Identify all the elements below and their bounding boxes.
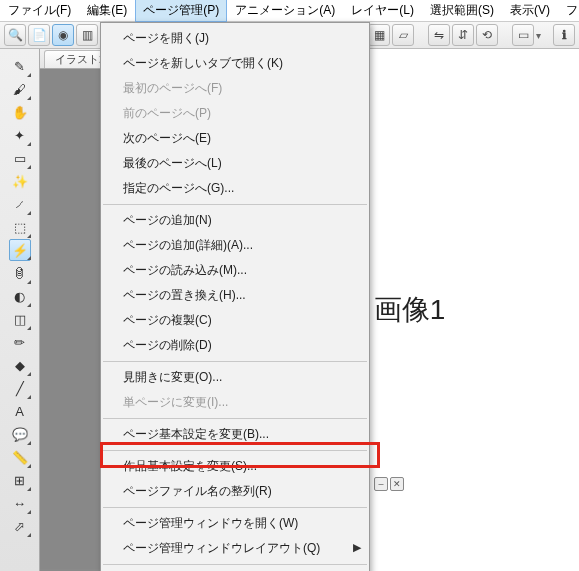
ruler-tool-icon[interactable]: 📏 (10, 446, 30, 468)
menu-selection[interactable]: 選択範囲(S) (422, 0, 502, 22)
pen-tool-icon[interactable]: ✎ (10, 55, 30, 77)
dd-open-page[interactable]: ページを開く(J) (101, 26, 369, 51)
new-doc-icon[interactable]: 📄 (28, 24, 50, 46)
frame-tool-icon[interactable]: ⊞ (10, 469, 30, 491)
menu-page-management[interactable]: ページ管理(P) (135, 0, 227, 22)
pencil-tool-icon[interactable]: ✏ (10, 331, 30, 353)
dd-page-manager-layout[interactable]: ページ管理ウィンドウレイアウト(Q)▶ (101, 536, 369, 561)
blend-tool-icon[interactable]: ◐ (10, 285, 30, 307)
eraser-tool-icon[interactable]: ◫ (10, 308, 30, 330)
page-management-dropdown: ページを開く(J) ページを新しいタブで開く(K) 最初のページへ(F) 前のペ… (100, 22, 370, 571)
can-tool-icon[interactable]: 🛢 (10, 262, 30, 284)
dd-open-page-new-tab[interactable]: ページを新しいタブで開く(K) (101, 51, 369, 76)
menu-animation[interactable]: アニメーション(A) (227, 0, 343, 22)
dd-delete-page[interactable]: ページの削除(D) (101, 333, 369, 358)
balloon-tool-icon[interactable]: 💬 (10, 423, 30, 445)
dd-last-page[interactable]: 最後のページへ(L) (101, 151, 369, 176)
workspace: ✎ 🖌 ✋ ✦ ▭ ✨ ⟋ ⬚ ⚡ 🛢 ◐ ◫ ✏ ◆ ╱ A 💬 📏 ⊞ ↔ … (0, 49, 579, 571)
menu-edit[interactable]: 編集(E) (79, 0, 135, 22)
menubar: ファイル(F) 編集(E) ページ管理(P) アニメーション(A) レイヤー(L… (0, 0, 579, 22)
menu-layer[interactable]: レイヤー(L) (343, 0, 422, 22)
marquee-tool-icon[interactable]: ⬚ (10, 216, 30, 238)
screen-icon[interactable]: ▭ (512, 24, 534, 46)
rect-select-icon[interactable]: ▭ (10, 147, 30, 169)
dd-work-basic-settings[interactable]: 作品基本設定を変更(S)... (101, 454, 369, 479)
submenu-arrow-icon: ▶ (353, 541, 361, 554)
rotate-icon[interactable]: ⟲ (476, 24, 498, 46)
flash-tool-icon[interactable]: ⚡ (9, 239, 31, 261)
hand-tool-icon[interactable]: ✋ (10, 101, 30, 123)
plane-icon[interactable]: ▱ (392, 24, 414, 46)
dd-to-spread[interactable]: 見開きに変更(O)... (101, 365, 369, 390)
dd-open-page-manager[interactable]: ページ管理ウィンドウを開く(W) (101, 511, 369, 536)
menu-filter[interactable]: フィルター (558, 0, 579, 22)
dd-replace-page[interactable]: ページの置き換え(H)... (101, 283, 369, 308)
wand-tool-icon[interactable]: ✨ (10, 170, 30, 192)
flip-h-icon[interactable]: ⇋ (428, 24, 450, 46)
dd-page-basic-settings[interactable]: ページ基本設定を変更(B)... (101, 422, 369, 447)
tool-palette: ✎ 🖌 ✋ ✦ ▭ ✨ ⟋ ⬚ ⚡ 🛢 ◐ ◫ ✏ ◆ ╱ A 💬 📏 ⊞ ↔ … (0, 49, 40, 571)
flip-v-icon[interactable]: ⇵ (452, 24, 474, 46)
line-tool-icon[interactable]: ╱ (10, 377, 30, 399)
text-tool-icon[interactable]: A (10, 400, 30, 422)
dd-next-page[interactable]: 次のページへ(E) (101, 126, 369, 151)
grid-icon[interactable]: ▦ (368, 24, 390, 46)
dd-prev-page: 前のページへ(P) (101, 101, 369, 126)
dd-add-page-detail[interactable]: ページの追加(詳細)(A)... (101, 233, 369, 258)
menu-file[interactable]: ファイル(F) (0, 0, 79, 22)
dd-sort-page-files[interactable]: ページファイル名の整列(R) (101, 479, 369, 504)
dd-to-single: 単ページに変更(I)... (101, 390, 369, 415)
menu-view[interactable]: 表示(V) (502, 0, 558, 22)
sparkle-tool-icon[interactable]: ✦ (10, 124, 30, 146)
brush-tool-icon[interactable]: 🖌 (10, 78, 30, 100)
dd-import-page[interactable]: ページの読み込み(M)... (101, 258, 369, 283)
close-icon[interactable]: ✕ (390, 477, 404, 491)
move-tool-icon[interactable]: ↔ (10, 492, 30, 514)
page-icon[interactable]: ▥ (76, 24, 98, 46)
minimize-icon[interactable]: – (374, 477, 388, 491)
dropper-tool-icon[interactable]: ⟋ (10, 193, 30, 215)
panel-controls: – ✕ (374, 476, 404, 492)
dd-goto-page[interactable]: 指定のページへ(G)... (101, 176, 369, 201)
dd-first-page: 最初のページへ(F) (101, 76, 369, 101)
info-icon[interactable]: ℹ (553, 24, 575, 46)
fill-tool-icon[interactable]: ◆ (10, 354, 30, 376)
cursor-tool-icon[interactable]: ⬀ (10, 515, 30, 537)
dd-add-page[interactable]: ページの追加(N) (101, 208, 369, 233)
zoom-icon[interactable]: 🔍 (4, 24, 26, 46)
spiral-icon[interactable]: ◉ (52, 24, 74, 46)
dd-duplicate-page[interactable]: ページの複製(C) (101, 308, 369, 333)
annotation-label: 画像1 (374, 291, 446, 329)
